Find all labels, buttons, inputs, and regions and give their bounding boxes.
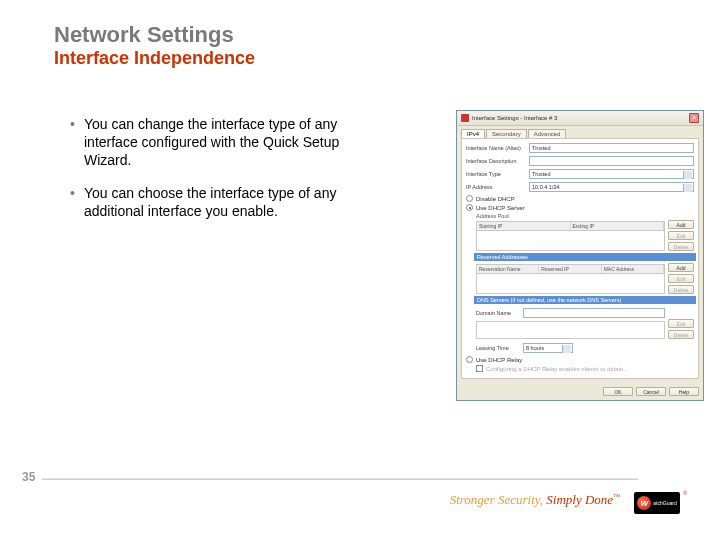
- dialog-titlebar: Interface Settings - Interface # 3 ×: [457, 111, 703, 126]
- interface-name-input[interactable]: Trusted: [529, 143, 694, 153]
- cancel-button[interactable]: Cancel: [636, 387, 666, 396]
- delete-button[interactable]: Delete: [668, 285, 694, 294]
- bullet-item: You can change the interface type of any…: [70, 115, 360, 170]
- tab-advanced[interactable]: Advanced: [528, 129, 567, 138]
- ok-button[interactable]: OK: [603, 387, 633, 396]
- close-icon[interactable]: ×: [689, 113, 699, 123]
- slide: Network Settings Interface Independence …: [0, 0, 720, 540]
- help-button[interactable]: Help: [669, 387, 699, 396]
- logo-text: atchGuard: [653, 500, 676, 506]
- slide-subtitle: Interface Independence: [54, 48, 255, 69]
- col-reserved-ip: Reserved IP: [539, 265, 601, 273]
- edit-button[interactable]: Edit: [668, 231, 694, 240]
- app-icon: [461, 114, 469, 122]
- delete-button[interactable]: Delete: [668, 330, 694, 339]
- checkbox-icon[interactable]: [476, 365, 483, 372]
- slide-title: Network Settings: [54, 22, 234, 48]
- edit-button[interactable]: Edit: [668, 319, 694, 328]
- delete-button[interactable]: Delete: [668, 242, 694, 251]
- bullet-item: You can choose the interface type of any…: [70, 184, 360, 220]
- interface-desc-input[interactable]: [529, 156, 694, 166]
- domain-name-input[interactable]: [523, 308, 665, 318]
- dns-servers-table: [476, 321, 665, 339]
- footer-rule: [42, 479, 638, 480]
- radio-icon: [466, 356, 473, 363]
- address-pool-label: Address Pool: [476, 213, 694, 219]
- bullet-list: You can change the interface type of any…: [70, 115, 360, 234]
- interface-desc-label: Interface Description: [466, 158, 526, 164]
- col-mac-address: MAC Address: [602, 265, 664, 273]
- relay-hint: Configuring a DHCP Relay enables clients…: [486, 366, 628, 372]
- interface-type-select[interactable]: Trusted: [529, 169, 694, 179]
- col-reservation-name: Reservation Name: [477, 265, 539, 273]
- edit-button[interactable]: Edit: [668, 274, 694, 283]
- domain-name-label: Domain Name: [476, 310, 520, 316]
- page-number: 35: [22, 470, 35, 484]
- use-dhcp-relay-row[interactable]: Use DHCP Relay: [466, 356, 694, 363]
- interface-type-label: Interface Type: [466, 171, 526, 177]
- leasing-time-select[interactable]: 8 hours: [523, 343, 573, 353]
- registered-icon: ®: [683, 490, 687, 496]
- tab-ipv4[interactable]: IPv4: [461, 129, 485, 138]
- interface-settings-dialog: Interface Settings - Interface # 3 × IPv…: [456, 110, 704, 401]
- address-pool-table: Starting IP Ending IP: [476, 221, 665, 251]
- use-dhcp-label: Use DHCP Server: [476, 205, 525, 211]
- tab-strip: IPv4 Secondary Advanced: [457, 126, 703, 138]
- leasing-time-label: Leasing Time: [476, 345, 520, 351]
- tagline: Stronger Security, Simply Done™: [450, 492, 620, 508]
- add-button[interactable]: Add: [668, 263, 694, 272]
- logo-mark-icon: W: [637, 496, 651, 510]
- add-button[interactable]: Add: [668, 220, 694, 229]
- interface-name-label: Interface Name (Alias): [466, 145, 526, 151]
- ip-address-input[interactable]: 10.0.4.1/24: [529, 182, 694, 192]
- watchguard-logo: W atchGuard ®: [634, 492, 680, 514]
- ip-address-label: IP Address: [466, 184, 526, 190]
- radio-icon: [466, 204, 473, 211]
- reserved-addresses-header: Reserved Addresses: [474, 253, 696, 261]
- use-dhcp-row[interactable]: Use DHCP Server: [466, 204, 694, 211]
- tagline-b: Simply Done: [546, 492, 613, 507]
- dns-servers-header: DNS Servers (if not defined, use the net…: [474, 296, 696, 304]
- disable-dhcp-row[interactable]: Disable DHCP: [466, 195, 694, 202]
- dialog-title: Interface Settings - Interface # 3: [472, 115, 686, 121]
- use-dhcp-relay-label: Use DHCP Relay: [476, 357, 522, 363]
- trademark-icon: ™: [613, 493, 620, 501]
- col-ending-ip: Ending IP: [571, 222, 665, 230]
- reserved-addresses-table: Reservation Name Reserved IP MAC Address: [476, 264, 665, 294]
- radio-icon: [466, 195, 473, 202]
- col-starting-ip: Starting IP: [477, 222, 571, 230]
- dialog-panel: Interface Name (Alias) Trusted Interface…: [461, 138, 699, 379]
- disable-dhcp-label: Disable DHCP: [476, 196, 515, 202]
- dialog-footer: OK Cancel Help: [457, 383, 703, 400]
- tagline-a: Stronger Security,: [450, 492, 547, 507]
- tab-secondary[interactable]: Secondary: [486, 129, 527, 138]
